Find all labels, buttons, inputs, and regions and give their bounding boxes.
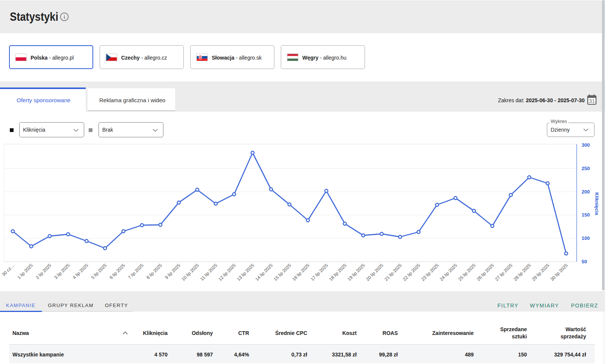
svg-text:23 lip 2025: 23 lip 2025 [420,263,440,282]
svg-text:24 lip 2025: 24 lip 2025 [439,263,459,282]
svg-text:6 lip 2025: 6 lip 2025 [109,263,126,280]
svg-text:Kliknięcia: Kliknięcia [594,192,600,215]
svg-text:1 lip 2025: 1 lip 2025 [16,263,34,280]
svg-text:10 lip 2025: 10 lip 2025 [180,263,200,282]
svg-text:28 lip 2025: 28 lip 2025 [513,263,532,282]
svg-text:100: 100 [582,235,590,241]
svg-text:11 lip 2025: 11 lip 2025 [199,263,219,282]
svg-text:25 lip 2025: 25 lip 2025 [457,263,477,282]
svg-text:30 cz…: 30 cz… [1,263,15,277]
svg-text:21 lip 2025: 21 lip 2025 [383,263,403,282]
svg-text:30 lip 2025: 30 lip 2025 [550,263,569,282]
svg-text:27 lip 2025: 27 lip 2025 [494,263,514,282]
svg-text:13 lip 2025: 13 lip 2025 [236,263,256,282]
svg-text:14 lip 2025: 14 lip 2025 [254,263,274,282]
svg-text:26 lip 2025: 26 lip 2025 [476,263,495,282]
svg-text:2 lip 2025: 2 lip 2025 [35,263,52,280]
svg-text:17 lip 2025: 17 lip 2025 [309,263,329,282]
svg-text:15 lip 2025: 15 lip 2025 [273,263,292,282]
svg-text:300: 300 [582,142,590,148]
svg-text:29 lip 2025: 29 lip 2025 [531,263,551,282]
svg-text:16 lip 2025: 16 lip 2025 [291,263,311,282]
svg-text:8 lip 2025: 8 lip 2025 [145,263,163,280]
svg-text:3 lip 2025: 3 lip 2025 [53,263,71,280]
svg-text:9 lip 2025: 9 lip 2025 [164,263,182,280]
svg-text:31: 31 [589,98,595,104]
svg-text:20 lip 2025: 20 lip 2025 [365,263,385,282]
svg-text:250: 250 [582,166,590,171]
svg-text:50: 50 [582,259,587,264]
svg-text:7 lip 2025: 7 lip 2025 [127,263,145,280]
svg-text:200: 200 [582,189,590,195]
svg-text:19 lip 2025: 19 lip 2025 [346,263,366,282]
svg-text:22 lip 2025: 22 lip 2025 [402,263,422,282]
svg-text:4 lip 2025: 4 lip 2025 [72,263,89,280]
svg-text:150: 150 [582,212,590,218]
svg-text:18 lip 2025: 18 lip 2025 [328,263,348,282]
svg-text:12 lip 2025: 12 lip 2025 [217,263,237,282]
svg-text:5 lip 2025: 5 lip 2025 [90,263,108,280]
